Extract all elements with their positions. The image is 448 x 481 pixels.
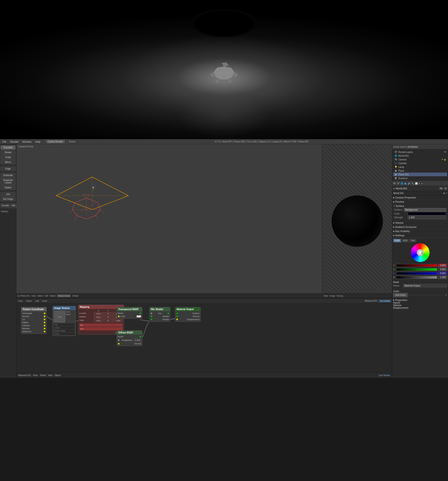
use-nodes-btn[interactable]: Use Nodes <box>379 300 391 302</box>
volume-title[interactable]: ▶ Volume <box>393 222 447 224</box>
status-object-btn[interactable]: Object <box>54 374 61 377</box>
ray-vis-title[interactable]: ▶ Ray Visibility <box>393 230 447 233</box>
scale-z[interactable]: 1.000 <box>113 319 123 322</box>
engine-selector[interactable]: Cycles Render <box>46 140 65 143</box>
3d-viewport[interactable]: Camera Persp <box>16 144 322 298</box>
tool-delete[interactable]: Delete <box>0 185 16 190</box>
volume-title-2[interactable]: Volume <box>393 304 447 307</box>
outliner-plane[interactable]: ▣ Plane <box>393 169 447 173</box>
tool-scale[interactable]: Scale <box>0 155 16 159</box>
tool-flat[interactable]: Flat <box>10 203 16 208</box>
node-view-btn[interactable]: View <box>17 300 23 302</box>
outliner-world[interactable]: 🌐 World.001 <box>393 154 447 158</box>
rot-y[interactable]: 0° <box>104 316 113 319</box>
tool-translate[interactable]: Translate <box>0 145 16 150</box>
add-node-btn[interactable]: Add Node <box>393 293 408 297</box>
tool-duplicate[interactable]: Duplicate <box>0 173 16 177</box>
hex-tab[interactable]: Hex <box>410 239 417 242</box>
outliner-render-layers[interactable]: 🎬 RenderLayers 👁 <box>393 150 447 154</box>
dbsdf-rough-val[interactable]: 0.000 <box>134 338 141 342</box>
r-value[interactable]: 0.001 <box>438 264 447 267</box>
a-slider[interactable] <box>396 276 437 279</box>
use-nodes-status[interactable]: Use Nodes <box>379 374 390 377</box>
status-select-btn[interactable]: Select <box>40 374 46 377</box>
status-view-btn[interactable]: View <box>33 374 38 377</box>
tool-join[interactable]: Join <box>0 192 16 196</box>
all-scenes-btn[interactable]: All Scenes <box>407 145 419 148</box>
scene-btn[interactable]: Scene <box>393 146 399 148</box>
mat-new-btn[interactable]: + <box>446 192 447 195</box>
ao-title[interactable]: ▶ Ambient Occlusion <box>393 226 447 228</box>
color-wheel-dot[interactable] <box>421 253 423 254</box>
color-wheel-container[interactable] <box>411 243 430 262</box>
node-node-btn[interactable]: Node <box>41 300 48 302</box>
mat-user-count[interactable]: 1 <box>444 187 447 190</box>
settings-title[interactable]: ▶ Settings <box>393 234 447 237</box>
node-name-value[interactable]: Material Output <box>403 284 447 287</box>
object-props-icon[interactable]: ▣ <box>404 182 407 185</box>
outliner-lamp[interactable]: 💡 Lamp <box>393 165 447 169</box>
menu-render[interactable]: Render <box>9 140 20 144</box>
g-slider[interactable] <box>396 268 437 271</box>
mat-image-btn[interactable]: Image <box>329 295 335 297</box>
global-btn[interactable]: Global <box>72 295 78 297</box>
mat-settings-btn[interactable]: ⚙ <box>443 192 445 195</box>
loc-y[interactable]: 0° <box>104 312 113 315</box>
custom-props-title[interactable]: ▶ Custom Properties <box>393 196 447 199</box>
menu-window[interactable]: Window <box>21 140 33 144</box>
rot-x[interactable]: 150.0 <box>94 316 103 319</box>
r-slider[interactable] <box>396 264 437 267</box>
mat-browse-btn[interactable]: ▼ <box>439 187 443 190</box>
tool-edge[interactable]: Edge <box>0 166 16 171</box>
select-btn[interactable]: Select <box>37 295 43 297</box>
rgb-tab[interactable]: RGB <box>393 239 401 242</box>
surface-type-select[interactable]: Background <box>404 208 446 211</box>
outliner-plane001[interactable]: ▣ Plane.001 <box>393 173 447 176</box>
expand-node-btn[interactable]: ▼ <box>445 294 447 296</box>
outliner-camera[interactable]: 📷 Camera 👁 🔒 <box>393 158 447 161</box>
tool-duplicate-linked[interactable]: Duplicate Linked <box>0 178 16 185</box>
add-btn[interactable]: Add <box>44 295 48 297</box>
tool-set-origin[interactable]: Set Origin <box>0 197 16 201</box>
render-props-icon[interactable]: 📷 <box>393 182 396 185</box>
displacement-title[interactable]: Displacement <box>393 307 447 309</box>
tbsdf-color-swatch[interactable] <box>137 315 141 317</box>
color-picker-bar[interactable] <box>408 212 446 215</box>
view-btn[interactable]: View <box>31 295 36 297</box>
hsv-tab[interactable]: HSV <box>402 239 409 242</box>
outliner-cylinder[interactable]: ⬡ Cylinder <box>393 161 447 165</box>
strength-value[interactable]: 1.000 <box>408 216 446 219</box>
object-mode-btn[interactable]: Object Mode <box>57 294 71 297</box>
scale-y[interactable]: 0° <box>104 319 113 322</box>
mat-view-btn[interactable]: View <box>323 295 328 297</box>
outliner-suzanne[interactable]: 🐒 Suzanne <box>393 176 447 180</box>
loc-x[interactable]: 110.0 <box>94 312 103 315</box>
constraint-icon[interactable]: 🔗 <box>407 182 411 185</box>
menu-help[interactable]: Help <box>34 140 42 144</box>
material-icon[interactable]: ● <box>418 182 420 185</box>
node-select-btn[interactable]: Select <box>25 300 33 302</box>
object-btn[interactable]: Object <box>50 295 56 297</box>
data-icon[interactable]: 📊 <box>415 182 418 185</box>
a-value[interactable]: 1.000 <box>438 276 447 279</box>
modifier-icon[interactable]: 🔧 <box>411 182 414 185</box>
world-props-icon[interactable]: 🌐 <box>400 182 404 185</box>
proportion-title[interactable]: ▶ Proportion <box>393 299 447 301</box>
tool-rotate[interactable]: Rotate <box>0 150 16 155</box>
b-slider[interactable] <box>396 272 437 275</box>
b-value[interactable]: 0.001 <box>438 271 447 275</box>
scene-props-icon[interactable]: 🎬 <box>397 182 400 185</box>
preview-title[interactable]: ▶ Preview <box>393 201 447 203</box>
search-btn[interactable]: Search <box>400 146 406 148</box>
status-add-btn[interactable]: Add <box>48 374 52 377</box>
menu-file[interactable]: File <box>1 140 8 144</box>
surface-title[interactable]: ▼ Surface <box>393 205 447 207</box>
scale-x[interactable]: 150.0 <box>94 319 103 322</box>
g-value[interactable]: 0.001 <box>438 268 447 271</box>
inputs-title[interactable]: Inputs <box>393 301 447 304</box>
particle-icon[interactable]: ✦ <box>421 182 424 185</box>
tool-smooth[interactable]: Smooth <box>0 203 10 208</box>
color-wheel[interactable] <box>411 243 430 262</box>
tool-mirror[interactable]: Mirror <box>0 160 16 164</box>
node-add-btn[interactable]: Add <box>34 300 40 302</box>
